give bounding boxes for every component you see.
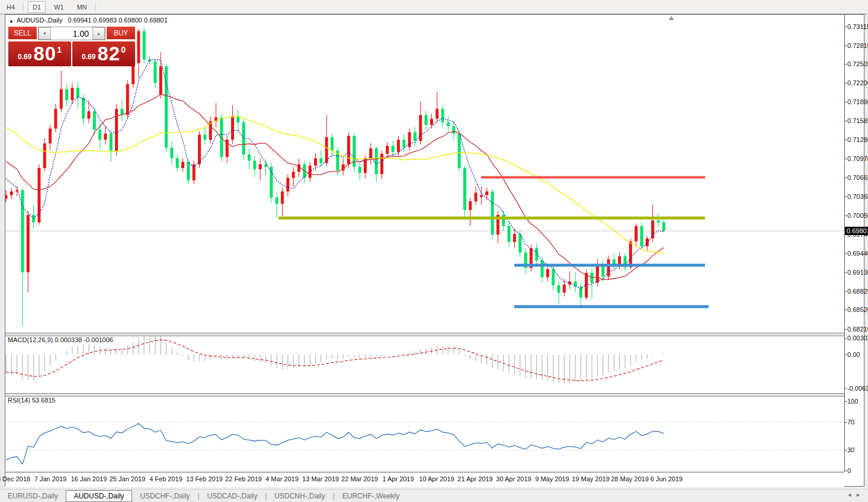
toolbar-separator bbox=[95, 2, 97, 12]
price-tick-label: 0.69130 bbox=[847, 269, 868, 276]
sell-price-prefix: 0.69 bbox=[18, 53, 31, 61]
macd-indicator-canvas[interactable] bbox=[5, 335, 844, 393]
date-tick-label: 22 Feb 2019 bbox=[225, 475, 262, 482]
price-tick-label: 0.69440 bbox=[847, 250, 868, 257]
macd-signal-line bbox=[6, 340, 664, 381]
price-tick-label: 0.70360 bbox=[847, 193, 868, 200]
volume-dropdown-button[interactable]: ▼ bbox=[39, 27, 51, 40]
date-tick-label: 22 Mar 2019 bbox=[341, 475, 378, 482]
price-tick-label: 0.70050 bbox=[847, 212, 868, 219]
price-tick-tick bbox=[844, 140, 847, 140]
chart-tab-audusd[interactable]: AUDUSD-,Daily bbox=[66, 490, 133, 502]
chart-symbol-label: AUDUSD-,Daily bbox=[17, 17, 63, 24]
price-tick-tick bbox=[844, 46, 847, 46]
chart-tab-bar: EURUSD-,DailyAUDUSD-,DailyUSDCHF-,Daily|… bbox=[0, 489, 868, 502]
macd-tick-tick bbox=[844, 355, 847, 355]
date-tick-label: 13 Mar 2019 bbox=[302, 475, 339, 482]
rsi-tick-label: 30 bbox=[847, 446, 854, 453]
price-tick-tick bbox=[844, 178, 847, 178]
price-tick-tick bbox=[844, 121, 847, 121]
chart-tab-eurchf[interactable]: EURCHF-,Weekly bbox=[335, 491, 407, 501]
date-axis: 28 Dec 20187 Jan 201916 Jan 201925 Jan 2… bbox=[5, 472, 844, 487]
chevron-up-icon: ▲ bbox=[97, 31, 101, 36]
macd-tick-tick bbox=[844, 388, 847, 389]
price-tick-tick bbox=[844, 272, 847, 273]
rsi-indicator-canvas[interactable] bbox=[5, 395, 844, 471]
current-price-badge: 0.69801 bbox=[845, 227, 868, 235]
price-tick-tick bbox=[844, 102, 847, 102]
date-tick-label: 4 Mar 2019 bbox=[265, 475, 299, 482]
price-tick-label: 0.71585 bbox=[847, 117, 868, 124]
rsi-tick-label: 100 bbox=[847, 398, 858, 405]
chart-tab-usdcnh[interactable]: USDCNH-,Daily bbox=[267, 491, 332, 501]
ma-fast-line bbox=[6, 60, 664, 289]
date-tick-label: 13 Feb 2019 bbox=[186, 475, 223, 482]
date-tick-label: 19 May 2019 bbox=[572, 475, 610, 482]
volume-input[interactable] bbox=[51, 27, 92, 40]
date-tick-label: 1 Apr 2019 bbox=[382, 475, 414, 482]
chart-title: ▲AUDUSD-,Daily0.69941 0.69983 0.69800 0.… bbox=[9, 17, 168, 24]
rsi-tick-label: 70 bbox=[847, 419, 854, 426]
macd-tick-label: 0.003035 bbox=[847, 334, 868, 342]
chart-tab-usdchf[interactable]: USDCHF-,Daily bbox=[132, 491, 197, 501]
tabs-scroll-right-icon: ► bbox=[856, 492, 864, 498]
chart-shift-marker-icon[interactable] bbox=[668, 16, 674, 20]
chart-ohlc-values: 0.69941 0.69983 0.69800 0.69801 bbox=[68, 17, 168, 24]
pane-splitter[interactable] bbox=[5, 333, 844, 336]
buy-price-big: 82 bbox=[97, 43, 120, 65]
date-tick-label: 16 Jan 2019 bbox=[71, 475, 107, 482]
date-tick-label: 28 Dec 2018 bbox=[0, 475, 30, 482]
price-tick-label: 0.68210 bbox=[847, 326, 868, 333]
macd-tick-label: 0.00 bbox=[847, 351, 860, 358]
price-tick-tick bbox=[844, 329, 847, 330]
sell-button[interactable]: SELL bbox=[8, 27, 37, 40]
price-tick-label: 0.68825 bbox=[847, 288, 868, 295]
buy-price-tile[interactable]: 0.69 82 0 bbox=[72, 41, 135, 66]
price-tick-tick bbox=[844, 215, 847, 216]
timeframe-d1-button[interactable]: D1 bbox=[28, 1, 46, 13]
price-tick-tick bbox=[844, 27, 847, 27]
rsi-tick-tick bbox=[844, 422, 847, 423]
tab-scroll-arrows[interactable]: ◄► bbox=[847, 492, 864, 498]
sell-price-big: 80 bbox=[33, 43, 56, 65]
price-tick-tick bbox=[844, 197, 847, 197]
price-tick-label: 0.68520 bbox=[847, 306, 868, 313]
volume-up-button[interactable]: ▲ bbox=[92, 27, 105, 40]
sell-price-sup: 1 bbox=[57, 45, 62, 54]
rsi-tick-tick bbox=[844, 401, 847, 402]
price-tick-label: 0.73115 bbox=[847, 23, 868, 30]
collapse-chart-icon[interactable]: ▲ bbox=[9, 18, 14, 24]
date-tick-label: 10 Apr 2019 bbox=[419, 475, 454, 482]
sell-price-tile[interactable]: 0.69 80 1 bbox=[8, 41, 71, 66]
tabs-scroll-left-icon: ◄ bbox=[847, 492, 856, 498]
date-tick-label: 7 Jan 2019 bbox=[34, 475, 66, 482]
price-tick-label: 0.72505 bbox=[847, 60, 868, 67]
price-tick-label: 0.72810 bbox=[847, 42, 868, 49]
volume-spinner: ▼ ▲ bbox=[38, 27, 105, 40]
macd-label: MACD(12,26,9) 0.000338 -0.001006 bbox=[8, 336, 113, 343]
date-tick-label: 4 Feb 2019 bbox=[149, 475, 182, 482]
date-tick-label: 6 Jun 2019 bbox=[651, 475, 683, 482]
rsi-tick-tick bbox=[844, 450, 847, 450]
date-tick-label: 9 May 2019 bbox=[535, 475, 569, 482]
buy-price-prefix: 0.69 bbox=[82, 53, 95, 61]
price-tick-tick bbox=[844, 310, 847, 310]
timeframe-h4-button[interactable]: H4 bbox=[2, 1, 20, 13]
chart-tab-usdcad[interactable]: USDCAD-,Daily bbox=[200, 491, 265, 501]
pane-splitter[interactable] bbox=[5, 393, 844, 397]
timeframe-w1-button[interactable]: W1 bbox=[49, 1, 69, 13]
buy-button[interactable]: BUY bbox=[107, 27, 135, 40]
price-tick-label: 0.70970 bbox=[847, 155, 868, 162]
price-tick-label: 0.70665 bbox=[847, 174, 868, 181]
rsi-label: RSI(14) 53.6815 bbox=[8, 397, 56, 404]
ma-mid-line bbox=[6, 94, 664, 279]
rsi-tick-tick bbox=[844, 471, 847, 471]
price-tick-tick bbox=[844, 291, 847, 292]
rsi-value: 53.6815 bbox=[32, 397, 56, 404]
price-tick-tick bbox=[844, 253, 847, 254]
chart-tab-eurusd[interactable]: EURUSD-,Daily bbox=[0, 491, 66, 501]
price-tick-label: 0.72200 bbox=[847, 79, 868, 86]
macd-tick-label: -0.006311 bbox=[847, 385, 868, 392]
timeframe-mn-button[interactable]: MN bbox=[72, 1, 92, 13]
mt4-window: H4 D1 W1 MN ▲AUDUSD-,Daily0.69941 0.6998… bbox=[0, 0, 868, 502]
